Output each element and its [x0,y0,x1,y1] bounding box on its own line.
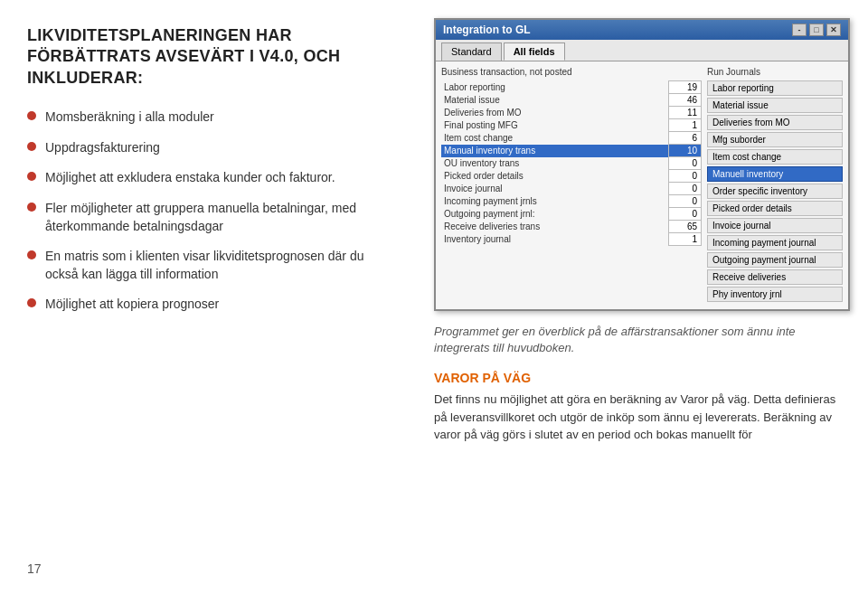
run-journal-item[interactable]: Phy inventory jrnl [707,287,843,302]
page-number: 17 [27,561,398,576]
bullet-dot [27,172,36,181]
dialog-titlebar: Integration to GL - □ ✕ [436,20,848,40]
run-journal-item[interactable]: Incoming payment journal [707,235,843,250]
run-journal-item[interactable]: Invoice journal [707,218,843,233]
right-section-title: Run Journals [707,67,843,77]
tab-standard[interactable]: Standard [441,42,502,61]
row-label: Outgoing payment jrnl: [441,208,669,221]
table-row[interactable]: Receive deliveries trans 65 [441,221,702,233]
row-label: Deliveries from MO [441,107,669,119]
table-row[interactable]: Outgoing payment jrnl: 0 [441,208,702,221]
table-row[interactable]: Deliveries from MO 11 [441,107,702,119]
dialog-table: Labor reporting 19 Material issue 46 Del… [441,80,702,246]
table-row[interactable]: Incoming payment jrnls 0 [441,195,702,208]
left-content: LIKVIDITETSPLANERINGEN HAR FÖRBÄTTRATS A… [27,25,398,543]
table-row[interactable]: Material issue 46 [441,94,702,107]
row-label: Final posting MFG [441,119,669,132]
row-value: 65 [669,221,702,233]
main-title: LIKVIDITETSPLANERINGEN HAR FÖRBÄTTRATS A… [27,25,398,89]
caption-text: Programmet ger en överblick på de affärs… [434,324,850,356]
bullet-text: Möjlighet att kopiera prognoser [45,296,219,314]
table-row[interactable]: Picked order details 0 [441,170,702,183]
row-value: 46 [669,94,702,107]
row-value: 0 [669,170,702,183]
row-label: Labor reporting [441,81,669,94]
table-row[interactable]: Item cost change 6 [441,132,702,145]
dialog-right-section: Run Journals Labor reportingMaterial iss… [707,67,843,304]
bullet-dot [27,203,36,212]
row-value: 0 [669,208,702,221]
bullet-item: Möjlighet att kopiera prognoser [27,296,398,314]
bullet-dot [27,142,36,151]
bullet-text: Möjlighet att exkludera enstaka kunder o… [45,169,335,187]
run-journal-item[interactable]: Mfg suborder [707,132,843,147]
row-value: 6 [669,132,702,145]
run-journal-item[interactable]: Labor reporting [707,80,843,96]
bullet-text: Uppdragsfakturering [45,139,160,157]
table-row[interactable]: Final posting MFG 1 [441,119,702,132]
row-label: Incoming payment jrnls [441,195,669,208]
table-row[interactable]: Manual inventory trans 10 [441,145,702,157]
bullet-text: Fler möjligheter att gruppera manuella b… [45,200,398,235]
bullet-text: Momsberäkning i alla moduler [45,108,214,127]
dialog-window: Integration to GL - □ ✕ Standard All fie… [434,18,850,311]
run-journal-item[interactable]: Order specific inventory [707,184,843,199]
row-label: Invoice journal [441,183,669,195]
titlebar-buttons: - □ ✕ [792,24,841,36]
row-value: 19 [669,81,702,94]
bullet-dot [27,250,36,259]
row-label: Manual inventory trans [441,145,669,157]
run-journal-item[interactable]: Picked order details [707,201,843,216]
left-panel: LIKVIDITETSPLANERINGEN HAR FÖRBÄTTRATS A… [0,0,425,594]
row-value: 0 [669,183,702,195]
row-value: 1 [669,233,702,246]
run-journals-list: Labor reportingMaterial issueDeliveries … [707,80,843,302]
row-label: Receive deliveries trans [441,221,669,233]
row-label: Material issue [441,94,669,107]
dialog-left-section: Business transaction, not posted Labor r… [441,67,702,304]
row-label: Inventory journal [441,233,669,246]
run-journal-item[interactable]: Item cost change [707,149,843,165]
dialog-tabs: Standard All fields [436,40,848,61]
table-row[interactable]: Invoice journal 0 [441,183,702,195]
run-journal-item[interactable]: Material issue [707,98,843,113]
bullet-item: Möjlighet att exkludera enstaka kunder o… [27,169,398,187]
row-value: 11 [669,107,702,119]
varor-text: Det finns nu möjlighet att göra en beräk… [434,391,850,444]
bullet-dot [27,111,36,120]
left-section-title: Business transaction, not posted [441,67,702,77]
right-panel: Integration to GL - □ ✕ Standard All fie… [425,0,868,594]
table-row[interactable]: Inventory journal 1 [441,233,702,246]
bullet-text: En matris som i klienten visar likvidite… [45,248,398,283]
row-value: 1 [669,119,702,132]
table-row[interactable]: Labor reporting 19 [441,81,702,94]
bullet-item: Fler möjligheter att gruppera manuella b… [27,200,398,235]
run-journal-item[interactable]: Deliveries from MO [707,115,843,130]
run-journal-item[interactable]: Receive deliveries [707,269,843,285]
minimize-button[interactable]: - [792,24,807,36]
bullet-item: Momsberäkning i alla moduler [27,108,398,127]
varor-section: VAROR PÅ VÄG Det finns nu möjlighet att … [434,371,850,576]
run-journal-item[interactable]: Manuell inventory [707,166,843,182]
row-label: OU inventory trans [441,157,669,170]
bullet-item: Uppdragsfakturering [27,139,398,157]
row-value: 10 [669,145,702,157]
row-label: Picked order details [441,170,669,183]
run-journal-item[interactable]: Outgoing payment journal [707,252,843,268]
dialog-title: Integration to GL [443,24,531,36]
dialog-body: Business transaction, not posted Labor r… [436,61,848,309]
row-label: Item cost change [441,132,669,145]
close-button[interactable]: ✕ [826,24,841,36]
bullet-dot [27,298,36,307]
bullet-item: En matris som i klienten visar likvidite… [27,248,398,283]
maximize-button[interactable]: □ [809,24,824,36]
table-row[interactable]: OU inventory trans 0 [441,157,702,170]
bullet-list: Momsberäkning i alla modulerUppdragsfakt… [27,108,398,314]
varor-title: VAROR PÅ VÄG [434,371,850,385]
tab-allfields[interactable]: All fields [504,42,565,61]
row-value: 0 [669,157,702,170]
row-value: 0 [669,195,702,208]
